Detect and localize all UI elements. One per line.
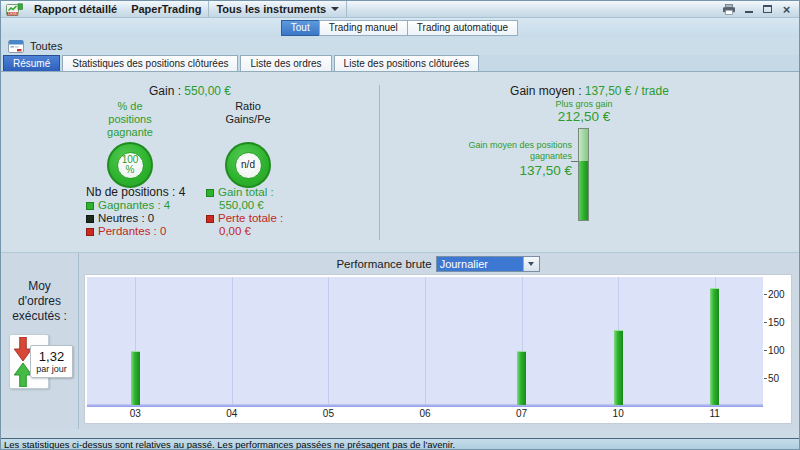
neutrals-row: Neutres : 0 <box>86 212 206 225</box>
y-axis-tick-label: 150 <box>764 317 785 328</box>
category-gridline <box>425 277 426 407</box>
chevron-down-icon <box>331 7 339 11</box>
ratio-value: n/d <box>241 160 255 170</box>
gauge-average-fill <box>579 161 588 220</box>
dark-square-icon <box>86 215 94 223</box>
tab-trading-manuel[interactable]: Trading manuel <box>319 20 408 36</box>
loss-total-label-row: Perte totale : <box>206 212 346 225</box>
menu-tous-les-instruments[interactable]: Tous les instruments <box>208 1 347 17</box>
combobox-dropdown-button[interactable] <box>523 257 539 271</box>
chevron-down-icon <box>528 262 534 266</box>
gain-vertical-gauge <box>578 128 589 221</box>
win-percent-unit: % <box>126 165 135 175</box>
chart-bar <box>517 351 526 405</box>
menu-papertrading[interactable]: PaperTrading <box>124 1 208 17</box>
ratio-title-line: Ratio <box>189 100 307 113</box>
orders-sidebar-title: Moy d'ordres exécutés : <box>1 279 78 324</box>
print-icon[interactable] <box>722 3 736 16</box>
window-controls: × <box>722 3 794 16</box>
green-square-icon <box>86 202 94 210</box>
orders-rate-box: 1,32 par jour <box>30 345 73 378</box>
period-combobox[interactable]: Journalier <box>436 256 540 272</box>
x-axis-tick-label: 05 <box>323 408 334 419</box>
orders-sidebar: Moy d'ordres exécutés : 1,32 par jour <box>1 253 79 429</box>
x-axis-labels: 03040506071011 <box>87 407 763 421</box>
red-square-icon <box>206 215 214 223</box>
y-axis: 50100150200 <box>763 277 789 407</box>
biggest-gain-label: Plus gros gain <box>526 99 642 109</box>
gain-header: Gain : 550,00 € <box>1 84 379 98</box>
average-gain-panel: Gain moyen : 137,50 € / trade Plus gros … <box>380 72 799 252</box>
svg-text:DEMO: DEMO <box>8 11 19 15</box>
gain-moyen-value: 137,50 € / trade <box>585 84 669 98</box>
x-axis-tick-label: 03 <box>130 408 141 419</box>
ratio-donut-gauge: n/d <box>225 142 271 188</box>
x-axis-tick-label: 10 <box>613 408 624 419</box>
category-gridline <box>232 277 233 407</box>
win-percent-gauge-block: % de positions gagnante 100 % <box>71 100 189 188</box>
gain-value: 550,00 € <box>184 84 231 98</box>
titlebar: DEMO Rapport détaillé PaperTrading Tous … <box>1 1 799 18</box>
losers-row: Perdantes : 0 <box>86 225 206 238</box>
loss-total-value: 0,00 € <box>206 225 346 238</box>
win-title-line: positions <box>71 113 189 126</box>
biggest-gain-value: 212,50 € <box>526 109 642 124</box>
gain-moyen-header: Gain moyen : 137,50 € / trade <box>380 84 799 98</box>
tab-liste-des-ordres[interactable]: Liste des ordres <box>240 55 331 71</box>
disclaimer-text: Les statistiques ci-dessus sont relative… <box>4 439 455 450</box>
green-square-icon <box>206 189 214 197</box>
tab-statistiques-positions-cloturees[interactable]: Statistiques des positions clôturées <box>62 55 238 71</box>
close-button[interactable]: × <box>781 3 792 16</box>
demo-account-icon: DEMO <box>6 3 23 16</box>
chart-bar <box>614 330 623 405</box>
avg-win-label: Gain moyen des positions gagnantes <box>416 140 572 162</box>
gain-moyen-label: Gain moyen : <box>510 84 581 98</box>
y-axis-tick-label: 50 <box>764 373 779 384</box>
positions-count-list: Nb de positions : 4 Gagnantes : 4 Neutre… <box>86 186 206 238</box>
orders-rate-icon: 1,32 par jour <box>9 334 73 390</box>
gain-label: Gain : <box>149 84 181 98</box>
period-combobox-value[interactable]: Journalier <box>437 257 523 271</box>
orders-rate-value: 1,32 <box>39 350 64 364</box>
totals-list: Gain total : 550,00 € Perte totale : 0,0… <box>206 186 346 238</box>
orders-rate-unit: par jour <box>36 364 67 374</box>
x-axis-tick-label: 07 <box>516 408 527 419</box>
plot-area <box>87 277 763 407</box>
gain-total-value: 550,00 € <box>206 199 346 212</box>
tab-tout[interactable]: Tout <box>281 20 320 36</box>
tab-trading-automatique[interactable]: Trading automatique <box>407 20 518 36</box>
category-gridline <box>328 277 329 407</box>
y-axis-tick-label: 100 <box>764 345 785 356</box>
report-tabs: Résumé Statistiques des positions clôtur… <box>1 55 799 72</box>
mode-tabs-row: Tout Trading manuel Trading automatique <box>1 18 799 37</box>
minimize-button[interactable] <box>744 3 754 16</box>
gauge-pointer-line <box>571 161 578 162</box>
nb-positions: Nb de positions : 4 <box>86 186 206 199</box>
chart-bar <box>131 351 140 405</box>
ratio-title-line: Gains/Pe <box>189 113 307 126</box>
x-axis-tick-label: 11 <box>710 408 720 419</box>
gain-stats-panel: Gain : 550,00 € % de positions gagnante … <box>1 72 379 252</box>
red-square-icon <box>86 228 94 236</box>
menu-tous-les-instruments-label: Tous les instruments <box>216 1 326 17</box>
tab-resume[interactable]: Résumé <box>3 55 60 71</box>
performance-brute-label: Performance brute <box>336 258 431 270</box>
bar-chart-panel: 03040506071011 50100150200 <box>84 274 792 424</box>
performance-header-row: Performance brute Journalier <box>84 253 792 274</box>
win-title-line: % de <box>71 100 189 113</box>
tab-liste-positions-cloturees[interactable]: Liste des positions clôturées <box>334 55 480 71</box>
x-axis-tick-label: 04 <box>226 408 237 419</box>
chart-bar <box>710 288 719 405</box>
ratio-gauge-block: Ratio Gains/Pe n/d <box>189 100 307 188</box>
y-axis-tick-label: 200 <box>764 289 785 300</box>
x-axis-tick-label: 06 <box>419 408 430 419</box>
gain-total-label-row: Gain total : <box>206 186 346 199</box>
period-selector-label[interactable]: Toutes <box>30 40 62 52</box>
summary-stats-section: Gain : 550,00 € % de positions gagnante … <box>1 72 799 252</box>
calendar-icon[interactable] <box>8 39 24 53</box>
period-row: Toutes <box>1 37 799 55</box>
win-percent-donut-gauge: 100 % <box>107 142 153 188</box>
performance-section: Moy d'ordres exécutés : 1,32 par jour Pe… <box>1 252 799 429</box>
restore-window-button[interactable] <box>762 3 773 16</box>
menu-rapport-detaille[interactable]: Rapport détaillé <box>27 1 124 17</box>
